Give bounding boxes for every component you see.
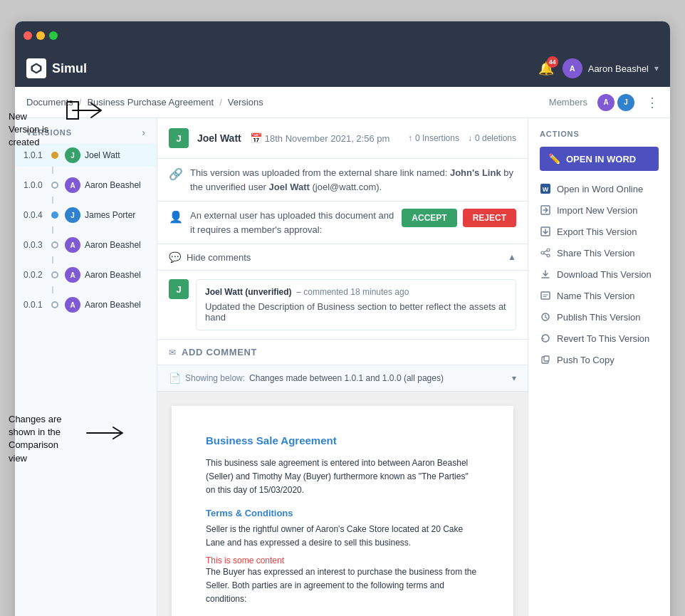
member-avatar-a[interactable]: A: [597, 94, 615, 111]
version-avatar-002: A: [65, 267, 80, 283]
download-this-version-item[interactable]: Download This Version: [540, 263, 659, 285]
titlebar: [15, 21, 670, 50]
upload-banner-text: This version was uploaded from the exter…: [190, 166, 516, 194]
version-item-004[interactable]: 0.0.4 J James Porter: [15, 204, 157, 226]
version-dot-101: [51, 152, 58, 159]
accept-button[interactable]: ACCEPT: [402, 209, 456, 227]
export-this-version-item[interactable]: Export This Version: [540, 221, 659, 242]
comment-time: commented 18 minutes ago: [303, 287, 409, 297]
insertions-stat: ↑ 0 Insertions: [408, 133, 459, 143]
comment-text: Updated the Description of Business sect…: [205, 301, 507, 323]
add-comment-bar[interactable]: ✉ ADD COMMENT: [157, 340, 528, 365]
breadcrumb-versions[interactable]: Versions: [228, 97, 263, 108]
revert-to-version-item[interactable]: Revert To This Version: [540, 328, 659, 349]
publish-this-version-item[interactable]: Publish This Version: [540, 306, 659, 328]
annotation-new-version: NewVersion iscreated: [9, 110, 48, 150]
commenter-avatar: J: [169, 279, 189, 299]
actions-panel: ACTIONS ✏️ OPEN IN WORD W Open in Word O…: [528, 118, 670, 616]
version-dot-001: [51, 301, 58, 308]
word-icon: ✏️: [548, 153, 560, 165]
version-dot-004: [51, 212, 58, 219]
version-dot-003: [51, 241, 58, 249]
open-in-word-button[interactable]: ✏️ OPEN IN WORD: [540, 147, 659, 171]
notifications-button[interactable]: 🔔 44: [538, 61, 554, 76]
version-dot-wrap-003: [49, 241, 61, 249]
version-user-004: James Porter: [85, 210, 135, 220]
doc-title: Business Sale Agreement: [206, 434, 479, 447]
sidebar-toggle[interactable]: ›: [142, 127, 145, 138]
maximize-button[interactable]: [49, 31, 58, 40]
version-date: 📅 18th November 2021, 2:56 pm: [250, 132, 390, 144]
close-button[interactable]: [23, 31, 32, 40]
push-to-copy-item[interactable]: Push To Copy: [540, 349, 659, 370]
user-menu[interactable]: A Aaron Beashel ▾: [563, 58, 659, 78]
version-item-100[interactable]: 1.0.0 A Aaron Beashel: [15, 174, 157, 197]
version-avatar-101: J: [65, 147, 80, 163]
version-dot-wrap-002: [49, 271, 61, 278]
approval-actions: ACCEPT REJECT: [402, 209, 516, 227]
doc-deleted-text: This is some content: [206, 555, 479, 565]
file-icon: 📄: [169, 372, 181, 384]
showing-label: Showing below:: [185, 373, 245, 383]
svg-point-7: [541, 251, 544, 254]
minimize-button[interactable]: [36, 31, 45, 40]
version-avatar-004: J: [65, 207, 80, 223]
publish-icon: [540, 311, 551, 323]
version-number-003: 0.0.3: [23, 240, 45, 250]
notification-count: 44: [547, 56, 558, 68]
version-dot-100: [51, 182, 58, 189]
version-stats: ↑ 0 Insertions ↓ 0 deletions: [408, 133, 516, 143]
svg-rect-9: [541, 292, 550, 299]
version-avatar-001: A: [65, 297, 80, 313]
name-icon: [540, 290, 551, 301]
doc-section-terms: Terms & Conditions: [206, 508, 479, 518]
push-copy-icon: [540, 354, 551, 365]
member-avatar-j[interactable]: J: [617, 94, 634, 111]
chat-icon: 💬: [169, 251, 181, 263]
svg-rect-11: [544, 356, 549, 361]
version-user-003: Aaron Beashel: [85, 240, 141, 250]
versions-list: 1.0.1 J Joel Watt 1.0.0 A Aaron Beashel: [15, 144, 157, 328]
more-menu-icon[interactable]: ⋮: [646, 95, 659, 110]
reject-button[interactable]: REJECT: [463, 209, 516, 227]
logo-icon: [26, 58, 46, 78]
version-number-001: 0.0.1: [23, 300, 45, 310]
open-word-online-item[interactable]: W Open in Word Online: [540, 178, 659, 199]
doc-page: Business Sale Agreement This business sa…: [172, 406, 513, 616]
comments-toggle[interactable]: 💬 Hide comments ▲: [157, 244, 528, 271]
approval-banner-text: An external user has uploaded this docum…: [190, 209, 394, 236]
version-number-002: 0.0.2: [23, 270, 45, 280]
commenter-name: Joel Watt (unverified): [205, 287, 292, 297]
link-icon: 🔗: [169, 167, 183, 181]
breadcrumb: Documents / Business Purchase Agreement …: [15, 87, 670, 118]
version-item-002[interactable]: 0.0.2 A Aaron Beashel: [15, 263, 157, 286]
versions-sidebar: VERSIONS › 1.0.1 J Joel Watt 1.0.0: [15, 118, 157, 616]
add-icon: ✉: [169, 348, 176, 357]
import-new-version-item[interactable]: Import New Version: [540, 199, 659, 221]
version-header: J Joel Watt 📅 18th November 2021, 2:56 p…: [157, 118, 528, 159]
user-name: Aaron Beashel: [588, 63, 649, 74]
actions-title: ACTIONS: [540, 130, 659, 138]
version-item-003[interactable]: 0.0.3 A Aaron Beashel: [15, 234, 157, 256]
share-this-version-item[interactable]: Share This Version: [540, 242, 659, 263]
showing-bar[interactable]: 📄 Showing below: Changes made between 1.…: [157, 365, 528, 392]
name-this-version-item[interactable]: Name This Version: [540, 285, 659, 306]
svg-point-6: [547, 249, 550, 251]
svg-point-8: [547, 254, 550, 257]
app-header: Simul 🔔 44 A Aaron Beashel ▾: [15, 50, 670, 87]
version-avatar-100: A: [65, 177, 80, 193]
user-avatar: A: [563, 58, 582, 78]
chevron-down-icon: ▾: [654, 63, 659, 73]
approval-banner: 👤 An external user has uploaded this doc…: [157, 202, 528, 244]
revert-icon: [540, 333, 551, 344]
chevron-down-icon: ▾: [512, 373, 516, 383]
version-number-101: 1.0.1: [23, 150, 45, 160]
breadcrumb-sep-2: /: [219, 97, 222, 108]
share-icon: [540, 247, 551, 259]
comments-toggle-label: Hide comments: [187, 252, 251, 263]
version-item-001[interactable]: 0.0.1 A Aaron Beashel: [15, 293, 157, 316]
approval-icon: 👤: [169, 210, 183, 224]
doc-intro: This business sale agreement is entered …: [206, 456, 479, 498]
logo: Simul: [26, 58, 87, 78]
word-online-icon: W: [540, 183, 551, 194]
